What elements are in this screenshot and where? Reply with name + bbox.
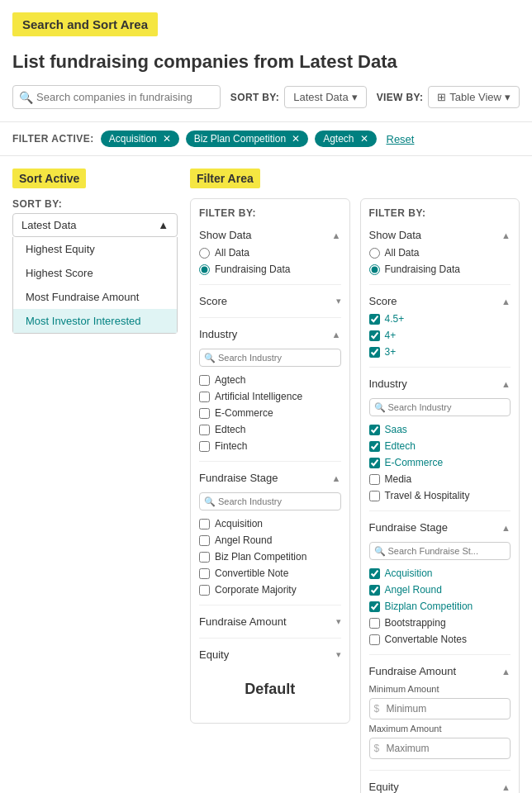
cb-media-label: Media	[385, 473, 412, 485]
cb-ecommerce-input[interactable]	[199, 408, 210, 419]
filter-right-industry-header[interactable]: Industry ▲	[369, 374, 511, 393]
filter-left-industry-label: Industry	[199, 328, 237, 340]
sort-by-chevron-icon: ▾	[352, 91, 358, 103]
sort-option-highest-equity[interactable]: Highest Equity	[13, 237, 177, 261]
sort-option-highest-score[interactable]: Highest Score	[13, 261, 177, 285]
cb-media-input[interactable]	[369, 474, 380, 485]
filter-right-score-header[interactable]: Score ▲	[369, 292, 511, 311]
sort-by-label: SORT BY:	[230, 92, 279, 103]
min-amount-input[interactable]	[369, 698, 511, 719]
radio-fundraising-right-input[interactable]	[369, 264, 380, 275]
filter-left-industry-options: Agtech Artificial Intelligence E-Commerc…	[199, 372, 341, 454]
sort-active-banner: Sort Active	[12, 169, 86, 188]
radio-fundraising-left: Fundraising Data	[199, 261, 341, 278]
cb-convertible-left-label: Convertible Note	[215, 567, 288, 579]
cb-bizplan-right: Bizplan Competition	[369, 598, 511, 615]
cb-fintech-input[interactable]	[199, 441, 210, 452]
filter-right-amount-header[interactable]: Fundraise Amount ▲	[369, 662, 511, 681]
cb-convertable-notes: Convertable Notes	[369, 631, 511, 648]
filter-left-show-data-header[interactable]: Show Data ▲	[199, 226, 341, 245]
filter-right-industry-chevron: ▲	[501, 379, 511, 389]
cb-acquisition-right-input[interactable]	[369, 568, 380, 579]
filter-left-score-label: Score	[199, 295, 227, 307]
sort-by-wrap: SORT BY: Latest Data ▾	[230, 86, 367, 108]
cb-edtech-input[interactable]	[199, 425, 210, 435]
r-industry-search-input[interactable]	[369, 398, 511, 416]
radio-fundraising-left-input[interactable]	[199, 264, 210, 275]
cb-travel-input[interactable]	[369, 491, 380, 501]
filter-right-industry: Industry ▲ 🔍 Saas Edtech E-Commerce Medi…	[369, 374, 511, 511]
max-amount-input[interactable]	[369, 738, 511, 759]
cb-score-3-input[interactable]	[369, 347, 380, 358]
filter-right-amount-label: Fundraise Amount	[369, 665, 457, 677]
cb-edtech-right: Edtech	[369, 438, 511, 454]
sort-chevron-up-icon: ▲	[158, 219, 169, 231]
chip-acquisition: Acquisition ✕	[101, 131, 179, 147]
sort-option-most-investor[interactable]: Most Investor Interested	[13, 309, 177, 333]
cb-bizplan-left: Biz Plan Competition	[199, 548, 341, 565]
radio-all-data-left-input[interactable]	[199, 248, 210, 259]
cb-convertible-left-input[interactable]	[199, 568, 210, 579]
cb-bizplan-left-input[interactable]	[199, 552, 210, 563]
cb-angel-right-input[interactable]	[369, 585, 380, 596]
view-by-select[interactable]: ⊞ Table View ▾	[428, 86, 520, 108]
search-input[interactable]	[12, 85, 221, 109]
cb-ai-input[interactable]	[199, 392, 210, 402]
cb-acquisition-left-input[interactable]	[199, 519, 210, 529]
filter-right-show-data-header[interactable]: Show Data ▲	[369, 226, 511, 245]
filter-right-industry-options: Saas Edtech E-Commerce Media Travel & Ho…	[369, 421, 511, 504]
cb-convertable-notes-input[interactable]	[369, 634, 380, 645]
chip-agtech-remove[interactable]: ✕	[360, 133, 368, 145]
filter-left-equity-header[interactable]: Equity ▾	[199, 645, 341, 664]
cb-bizplan-right-input[interactable]	[369, 601, 380, 612]
cb-angel-left-input[interactable]	[199, 535, 210, 546]
sort-dropdown-header[interactable]: Latest Data ▲	[12, 213, 178, 237]
sort-option-most-fundraise[interactable]: Most Fundraise Amount	[13, 285, 177, 309]
filter-right-equity-header[interactable]: Equity ▲	[369, 777, 511, 793]
cb-score-3: 3+	[369, 344, 511, 360]
sort-by-row-label: SORT BY:	[12, 198, 62, 210]
filter-left-industry-chevron: ▲	[332, 330, 341, 340]
filter-left-amount-header[interactable]: Fundraise Amount ▾	[199, 612, 341, 631]
cb-score-4-5-input[interactable]	[369, 314, 380, 325]
filter-right-stage: Fundraise Stage ▲ 🔍 Acquisition Angel Ro…	[369, 518, 511, 655]
filter-right-stage-header[interactable]: Fundraise Stage ▲	[369, 518, 511, 537]
filter-right-col: FILTER BY: Show Data ▲ All Data	[360, 169, 520, 793]
filter-left-stage-chevron: ▲	[332, 473, 341, 483]
filter-left-stage-header[interactable]: Fundraise Stage ▲	[199, 468, 341, 487]
cb-corporate-left-input[interactable]	[199, 585, 210, 596]
cb-score-4-5-label: 4.5+	[385, 313, 405, 325]
filter-right-stage-label: Fundraise Stage	[369, 521, 448, 534]
filter-left-stage-options: Acquisition Angel Round Biz Plan Competi…	[199, 515, 341, 598]
cb-score-4-input[interactable]	[369, 330, 380, 341]
radio-all-data-right-input[interactable]	[369, 248, 380, 259]
filter-right-show-data-label: Show Data	[369, 229, 422, 241]
industry-search-input[interactable]	[199, 349, 341, 367]
stage-search-input[interactable]	[199, 492, 341, 510]
default-label: Default	[199, 664, 341, 715]
max-amount-label: Maximum Amount	[369, 724, 511, 734]
filter-right-stage-options: Acquisition Angel Round Bizplan Competit…	[369, 565, 511, 648]
sort-option-highest-score-label: Highest Score	[26, 267, 93, 279]
reset-button[interactable]: Reset	[387, 133, 415, 145]
cb-ecommerce-right-input[interactable]	[369, 458, 380, 468]
chip-biz-plan-remove[interactable]: ✕	[292, 133, 300, 145]
filter-area: Filter Area FILTER BY: Show Data ▲ All D…	[190, 169, 520, 793]
chip-acquisition-remove[interactable]: ✕	[163, 133, 171, 145]
sort-current-value: Latest Data	[21, 219, 77, 231]
cb-agtech-input[interactable]	[199, 375, 210, 386]
filter-left-score-header[interactable]: Score ▾	[199, 292, 341, 311]
cb-edtech-right-input[interactable]	[369, 441, 380, 452]
filter-right-amount-content: Minimum Amount $ Maximum Amount $	[369, 684, 511, 759]
cb-acquisition-left: Acquisition	[199, 515, 341, 532]
cb-bootstrapping-input[interactable]	[369, 618, 380, 629]
r-stage-search-input[interactable]	[369, 542, 511, 560]
filter-left-industry-header[interactable]: Industry ▲	[199, 325, 341, 344]
page-title: List fundraising companies from Latest D…	[12, 51, 520, 73]
sort-by-select[interactable]: Latest Data ▾	[284, 86, 367, 108]
filter-left-stage-search: 🔍	[199, 492, 341, 510]
filter-right-score-label: Score	[369, 295, 397, 307]
filter-right-panel: FILTER BY: Show Data ▲ All Data	[360, 198, 520, 793]
min-dollar-icon: $	[374, 703, 380, 715]
cb-saas-input[interactable]	[369, 425, 380, 435]
